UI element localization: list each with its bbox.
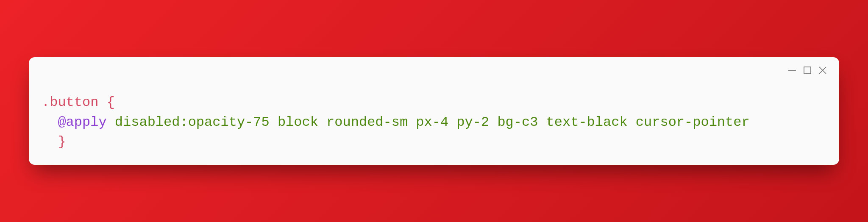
apply-value: disabled:opacity-75 block rounded-sm px-… xyxy=(115,114,750,130)
minimize-icon[interactable] xyxy=(787,66,797,75)
maximize-icon[interactable] xyxy=(803,66,812,75)
close-icon[interactable] xyxy=(818,66,827,75)
indent xyxy=(42,134,58,150)
svg-rect-1 xyxy=(804,67,811,74)
close-brace: } xyxy=(58,134,66,150)
at-rule: @apply xyxy=(58,114,106,130)
code-block: .button { @apply disabled:opacity-75 blo… xyxy=(42,93,826,152)
space xyxy=(107,114,115,130)
css-selector: .button xyxy=(42,94,98,110)
indent xyxy=(42,114,58,130)
open-brace: { xyxy=(98,94,114,110)
window-controls xyxy=(787,66,827,75)
code-window: .button { @apply disabled:opacity-75 blo… xyxy=(29,57,839,164)
